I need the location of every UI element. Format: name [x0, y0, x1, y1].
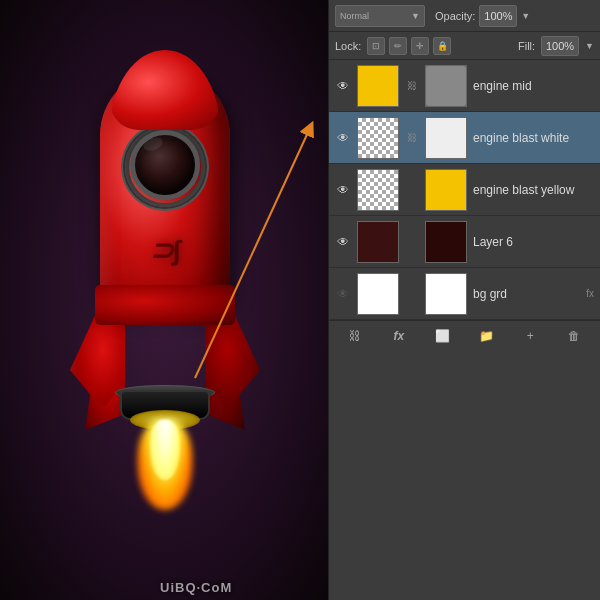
opacity-label: Opacity:	[435, 10, 475, 22]
delete-layer-icon[interactable]: 🗑	[563, 325, 585, 347]
layer-item-engine-blast-yellow[interactable]: 👁 engine blast yellow	[329, 164, 600, 216]
thumb-bg-grd	[357, 273, 399, 315]
create-group-icon[interactable]: 📁	[475, 325, 497, 347]
blend-mode-value: Normal	[340, 11, 369, 21]
lock-position-icon[interactable]: ✛	[411, 37, 429, 55]
layer-item-engine-mid[interactable]: 👁 ⛓ engine mid	[329, 60, 600, 112]
watermark: UiBQ·CoM	[160, 580, 232, 595]
blend-opacity-toolbar: Normal ▼ Opacity: 100% ▼	[329, 0, 600, 32]
lock-label: Lock:	[335, 40, 361, 52]
thumb-layer6	[357, 221, 399, 263]
layer-item-layer6[interactable]: 👁 Layer 6	[329, 216, 600, 268]
lock-pixels-icon[interactable]: ✏	[389, 37, 407, 55]
layer-name-engine-mid: engine mid	[473, 79, 594, 93]
thumb2-engine-blast-yellow	[425, 169, 467, 211]
rocket-nose	[110, 50, 220, 130]
lock-icons-group: ⊡ ✏ ✛ 🔒	[367, 37, 451, 55]
blend-mode-select[interactable]: Normal ▼	[335, 5, 425, 27]
canvas-area: ⊃∫	[0, 0, 330, 600]
rocket-middle	[95, 285, 235, 325]
fx-badge-bg-grd: fx	[586, 288, 594, 299]
rocket-flame	[135, 420, 195, 520]
new-layer-icon[interactable]: +	[519, 325, 541, 347]
rocket-logo: ⊃∫	[130, 220, 200, 280]
fill-label: Fill:	[518, 40, 535, 52]
add-fx-icon[interactable]: fx	[388, 325, 410, 347]
thumb-engine-blast-white	[357, 117, 399, 159]
lock-fill-toolbar: Lock: ⊡ ✏ ✛ 🔒 Fill: 100% ▼	[329, 32, 600, 60]
thumb-engine-blast-yellow	[357, 169, 399, 211]
opacity-input[interactable]: 100%	[479, 5, 517, 27]
eye-icon-layer6[interactable]: 👁	[335, 234, 351, 250]
eye-icon-engine-blast-yellow[interactable]: 👁	[335, 182, 351, 198]
rocket-illustration: ⊃∫	[55, 50, 275, 530]
link-layers-icon[interactable]: ⛓	[344, 325, 366, 347]
opacity-chevron: ▼	[521, 11, 530, 21]
layers-list: 👁 ⛓ engine mid 👁 ⛓ engine blast white	[329, 60, 600, 320]
flame-inner	[150, 420, 180, 480]
blend-mode-chevron: ▼	[411, 11, 420, 21]
add-mask-icon[interactable]: ⬜	[432, 325, 454, 347]
eye-icon-bg-grd[interactable]: 👁	[335, 286, 351, 302]
layer-name-bg-grd: bg grd	[473, 287, 576, 301]
fill-chevron: ▼	[585, 41, 594, 51]
layer-name-layer6: Layer 6	[473, 235, 594, 249]
chain-icon-engine-mid: ⛓	[405, 65, 419, 107]
layer-name-engine-blast-white: engine blast white	[473, 131, 594, 145]
lock-all-icon[interactable]: 🔒	[433, 37, 451, 55]
fill-input[interactable]: 100%	[541, 36, 579, 56]
panel-bottom-toolbar: ⛓ fx ⬜ 📁 + 🗑	[329, 320, 600, 350]
layer-name-engine-blast-yellow: engine blast yellow	[473, 183, 594, 197]
lock-transparency-icon[interactable]: ⊡	[367, 37, 385, 55]
eye-icon-engine-blast-white[interactable]: 👁	[335, 130, 351, 146]
porthole	[130, 130, 200, 200]
thumb2-layer6	[425, 221, 467, 263]
thumb2-engine-blast-white	[425, 117, 467, 159]
thumb-engine-mid	[357, 65, 399, 107]
eye-icon-engine-mid[interactable]: 👁	[335, 78, 351, 94]
chain-icon-engine-blast-white: ⛓	[405, 117, 419, 159]
thumb2-engine-mid	[425, 65, 467, 107]
layer-item-bg-grd[interactable]: 👁 bg grd fx	[329, 268, 600, 320]
layers-panel: Normal ▼ Opacity: 100% ▼ Lock: ⊡ ✏ ✛ 🔒 F…	[328, 0, 600, 600]
thumb2-bg-grd	[425, 273, 467, 315]
layer-item-engine-blast-white[interactable]: 👁 ⛓ engine blast white	[329, 112, 600, 164]
